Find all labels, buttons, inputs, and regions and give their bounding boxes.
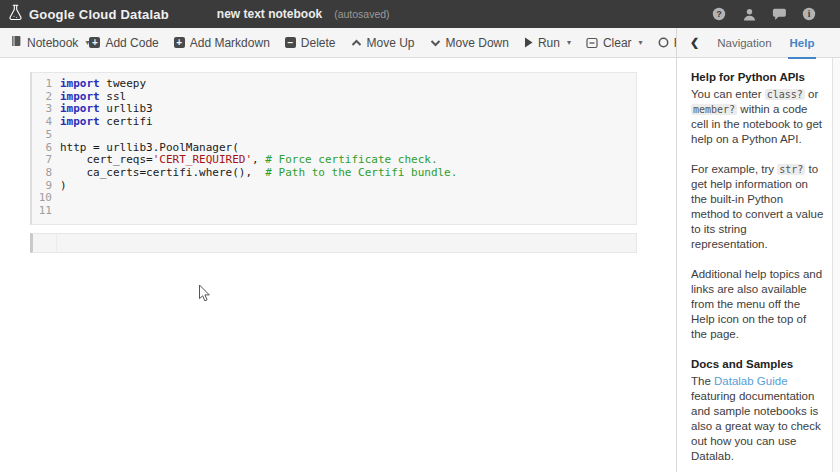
delete-button[interactable]: −Delete (285, 36, 336, 50)
help-circle-icon: ? (712, 7, 726, 21)
move-down-button[interactable]: Move Down (430, 36, 509, 50)
line-number: 8 (32, 167, 52, 180)
code-line: import tweepy (60, 78, 636, 91)
notebook-icon (10, 35, 22, 50)
add-code-button[interactable]: +Add Code (89, 36, 158, 50)
add-markdown-button[interactable]: +Add Markdown (174, 36, 270, 50)
sidebar-scrollbar[interactable] (832, 58, 840, 472)
notebook-menu-label: Notebook (27, 36, 78, 50)
run-button[interactable]: Run▾ (524, 36, 571, 50)
plus-square-icon: + (174, 37, 185, 48)
chevron-down-icon: ▾ (639, 38, 643, 47)
toolbar-button-label: Run (538, 36, 560, 50)
move-up-button[interactable]: Move Up (351, 36, 415, 50)
mouse-cursor (198, 284, 211, 307)
datalab-guide-link[interactable]: Datalab Guide (714, 375, 788, 387)
datalab-app: Google Cloud Datalab new text notebook (… (0, 0, 840, 472)
user-icon (743, 8, 756, 21)
code-line: ) (60, 180, 636, 193)
inline-code: member? (691, 104, 737, 115)
help-paragraph: For example, try str? to get help inform… (691, 162, 824, 252)
svg-text:?: ? (716, 9, 722, 19)
code-line: ca_certs=certifi.where(), # Path to the … (60, 167, 636, 180)
help-circle-button[interactable]: ? (712, 7, 726, 21)
brand-text: Google Cloud Datalab (29, 7, 169, 22)
code-line (60, 205, 636, 218)
notebook-work-area: 1234567891011 import tweepyimport sslimp… (0, 58, 676, 472)
circle-icon (658, 37, 669, 48)
line-number: 11 (32, 205, 52, 218)
chevron-down-icon: ▾ (567, 38, 571, 47)
info-circle-icon: i (802, 7, 816, 21)
code-line: import certifi (60, 116, 636, 129)
tab-navigation[interactable]: Navigation (717, 28, 771, 58)
notebook-menu-button[interactable]: Notebook ▾ (10, 35, 89, 50)
chevron-up-icon (351, 39, 362, 47)
right-sidebar: ❮ NavigationHelp Help for Python APIsYou… (676, 28, 840, 472)
help-paragraph: You can enter class? or member? within a… (691, 87, 824, 147)
chevron-down-icon (430, 39, 441, 47)
autosave-status: (autosaved) (334, 8, 389, 20)
toolbar-button-label: Add Code (105, 36, 158, 50)
flask-icon (8, 4, 23, 25)
toolbar-button-group: +Add Code+Add Markdown−DeleteMove UpMove… (89, 36, 751, 50)
top-bar: Google Cloud Datalab new text notebook (… (0, 0, 840, 28)
toolbar-button-label: Move Up (367, 36, 415, 50)
line-number: 4 (32, 116, 52, 129)
clear-box-icon (586, 37, 598, 49)
help-panel: Help for Python APIsYou can enter class?… (677, 58, 840, 472)
line-number: 5 (32, 129, 52, 142)
help-paragraph: The Datalab Guide featuring documentatio… (691, 374, 824, 464)
toolbar-button-label: Delete (301, 36, 336, 50)
svg-text:i: i (808, 9, 811, 19)
clear-button[interactable]: Clear▾ (586, 36, 643, 50)
toolbar-button-label: Clear (603, 36, 632, 50)
brand-logo[interactable]: Google Cloud Datalab (8, 4, 169, 25)
inline-code: str? (777, 164, 805, 175)
inline-code: class? (765, 89, 805, 100)
code-line (60, 192, 636, 205)
toolbar-button-label: Move Down (446, 36, 509, 50)
help-section-heading: Help for Python APIs (691, 70, 824, 85)
code-editor[interactable]: import tweepyimport sslimport urllib3imp… (60, 78, 636, 218)
code-cell-2-empty[interactable] (30, 233, 637, 253)
notebook-toolbar: Notebook ▾ +Add Code+Add Markdown−Delete… (0, 28, 676, 58)
info-circle-button[interactable]: i (802, 7, 816, 21)
play-icon (524, 37, 533, 48)
help-section-heading: Docs and Samples (691, 357, 824, 372)
topbar-icon-group: ?i (712, 7, 816, 21)
collapse-sidebar-icon[interactable]: ❮ (690, 36, 699, 49)
notebook-title[interactable]: new text notebook (217, 7, 322, 21)
line-number-gutter (33, 234, 57, 252)
minus-square-icon: − (285, 37, 296, 48)
chat-button[interactable] (772, 7, 786, 21)
plus-square-icon: + (89, 37, 100, 48)
code-cell-1[interactable]: 1234567891011 import tweepyimport sslimp… (30, 72, 637, 225)
line-number: 1 (32, 78, 52, 91)
chat-icon (772, 8, 787, 21)
line-number-gutter: 1234567891011 (32, 78, 60, 218)
toolbar-button-label: Add Markdown (190, 36, 270, 50)
tab-help[interactable]: Help (790, 28, 815, 58)
user-button[interactable] (742, 7, 756, 21)
help-paragraph: Additional help topics and links are als… (691, 267, 824, 342)
sidebar-tabs: ❮ NavigationHelp (677, 28, 840, 58)
